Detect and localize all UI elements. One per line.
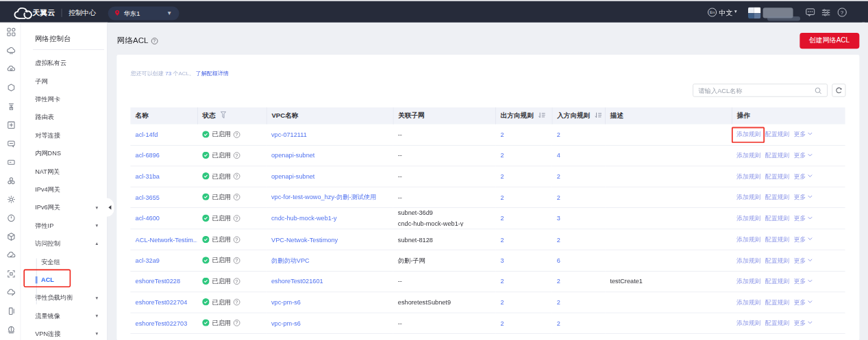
svg-text:En: En — [710, 10, 715, 14]
svg-text:?: ? — [841, 10, 843, 16]
